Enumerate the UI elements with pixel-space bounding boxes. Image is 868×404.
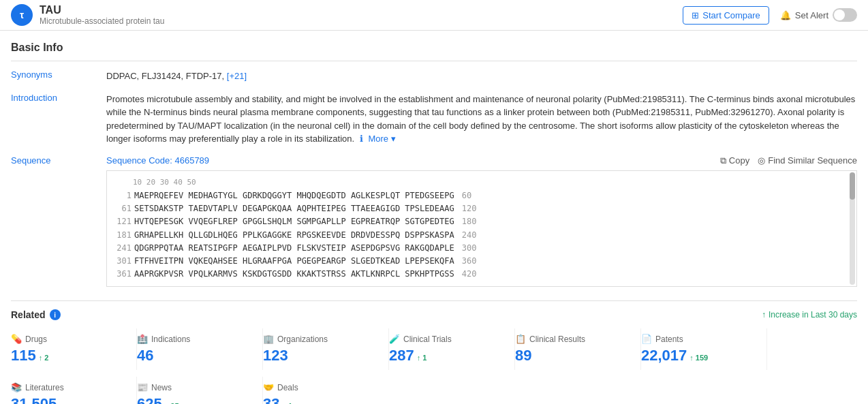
header: τ TAU Microtubule-associated protein tau… [0, 0, 868, 31]
stat-icon: 📰 [137, 382, 148, 392]
seq-line-num: 241 [112, 242, 131, 255]
alert-icon: 🔔 [780, 10, 791, 20]
stat-header: 🏢 Organizations [263, 334, 380, 344]
related-header: Related i ↑ Increase in Last 30 days [11, 309, 857, 320]
seq-end-num: 240 [457, 230, 477, 240]
introduction-value: Promotes microtubule assembly and stabil… [106, 93, 857, 146]
compare-icon: ⊞ [692, 10, 699, 20]
stat-value[interactable]: 287 ↑ 1 [389, 347, 506, 364]
app-subtitle: Microtubule-associated protein tau [40, 16, 164, 26]
stat-label: Clinical Results [529, 335, 585, 344]
stat-label: Drugs [25, 335, 47, 344]
stat-number: 22,017 [641, 347, 687, 364]
stat-label: News [151, 383, 172, 392]
seq-line-num: 181 [112, 229, 131, 242]
introduction-label: Introduction [11, 93, 93, 103]
stat-icon: 💊 [11, 334, 22, 344]
stat-label: Indications [151, 335, 190, 344]
stat-header: 📋 Clinical Results [515, 334, 632, 344]
sequence-line: 241QDGRPPQTAA REATSIPGFP AEGAIPLPVD FLSK… [112, 242, 851, 255]
header-title-group: TAU Microtubule-associated protein tau [40, 4, 164, 26]
seq-line-num: 301 [112, 255, 131, 268]
related-info-icon[interactable]: i [50, 309, 61, 320]
stats-grid: 💊 Drugs 115 ↑ 2 🏥 Indications 46 🏢 Organ… [11, 328, 857, 404]
sequence-box[interactable]: 10 20 30 40 50 1MAEPRQEFEV MEDHAGTYGL GD… [106, 170, 857, 288]
stat-label: Clinical Trials [403, 335, 452, 344]
stat-number: 89 [515, 347, 531, 364]
sequence-line: 181GRHAPELLKH QLLGDLHQEG PPLKGAGGKE RPGS… [112, 229, 851, 242]
seq-end-num: 180 [457, 217, 477, 226]
sequence-line: 121HVTQEPESGK VVQEGFLREP GPGGLSHQLM SGMP… [112, 215, 851, 228]
main-content: Basic Info Synonyms DDPAC, FLJ31424, FTD… [0, 31, 868, 404]
increase-label: ↑ Increase in Last 30 days [762, 310, 857, 320]
find-similar-icon: ◎ [758, 155, 765, 166]
sequence-content: Sequence Code: 4665789 ⧉ Copy ◎ Find Sim… [106, 155, 857, 288]
stat-header: 🧪 Clinical Trials [389, 334, 506, 344]
seq-end-num: 120 [457, 204, 477, 213]
stat-value[interactable]: 31,505 [11, 395, 128, 404]
find-similar-label: Find Similar Sequence [768, 155, 857, 166]
more-link[interactable]: More [368, 134, 388, 144]
alert-toggle[interactable] [833, 8, 857, 22]
stat-value[interactable]: 123 [263, 347, 380, 364]
info-warning-icon: ℹ [360, 134, 363, 144]
sequence-line: 301FTFHVEITPN VQKEQAHSEE HLGRAAFPGA PGEG… [112, 255, 851, 268]
stat-icon: 🏥 [137, 334, 148, 344]
stat-number: 123 [263, 347, 288, 364]
sequence-scrollbar[interactable] [850, 172, 855, 285]
seq-end-num: 360 [457, 256, 477, 266]
synonyms-label: Synonyms [11, 69, 93, 80]
seq-end-num: 420 [457, 269, 477, 279]
stat-value[interactable]: 33 ↑ 1 [263, 395, 381, 404]
header-left: τ TAU Microtubule-associated protein tau [11, 4, 164, 26]
seq-line-num: 361 [112, 268, 131, 281]
stat-item: 🏥 Indications 46 [137, 328, 263, 370]
set-alert-label: Set Alert [795, 10, 828, 20]
sequence-code[interactable]: Sequence Code: 4665789 [106, 155, 209, 166]
find-similar-button[interactable]: ◎ Find Similar Sequence [758, 155, 857, 166]
related-title: Related i [11, 309, 61, 320]
sequence-header: Sequence Code: 4665789 ⧉ Copy ◎ Find Sim… [106, 155, 857, 166]
seq-line-num: 1 [112, 189, 131, 202]
stat-number: 287 [389, 347, 414, 364]
sequence-lines: 1MAEPRQEFEV MEDHAGTYGL GDRKDQGGYT MHQDQE… [112, 189, 851, 281]
stat-item: 🏢 Organizations 123 [263, 328, 389, 370]
stat-item: 📄 Patents 22,017 ↑ 159 [641, 328, 767, 370]
increase-text: Increase in Last 30 days [769, 310, 857, 320]
chevron-down-icon: ▾ [391, 134, 396, 144]
stat-delta: ↑ 159 [689, 354, 708, 362]
stat-value[interactable]: 625 ↑ 25 [137, 395, 254, 404]
stat-icon: 📋 [515, 334, 526, 344]
stat-header: 📰 News [137, 382, 254, 392]
stat-value[interactable]: 89 [515, 347, 632, 364]
start-compare-button[interactable]: ⊞ Start Compare [683, 6, 769, 25]
sequence-ruler: 10 20 30 40 50 [133, 176, 851, 189]
stat-value[interactable]: 115 ↑ 2 [11, 347, 128, 364]
stat-delta: ↑ 1 [417, 354, 427, 362]
stat-header: 💊 Drugs [11, 334, 128, 344]
seq-line-num: 121 [112, 215, 131, 228]
toggle-knob [834, 10, 845, 20]
start-compare-label: Start Compare [702, 10, 760, 20]
stat-item: 📚 Literatures 31,505 [11, 377, 137, 404]
stat-number: 33 [263, 395, 279, 404]
sequence-label: Sequence [11, 155, 93, 166]
stat-item: 📰 News 625 ↑ 25 [137, 377, 263, 404]
related-title-text: Related [11, 309, 46, 320]
stat-item: 📋 Clinical Results 89 [515, 328, 641, 370]
stat-value[interactable]: 46 [137, 347, 254, 364]
stat-header: 📚 Literatures [11, 382, 128, 392]
stat-value[interactable]: 22,017 ↑ 159 [641, 347, 758, 364]
stat-label: Deals [277, 383, 298, 392]
stat-label: Literatures [25, 383, 64, 392]
synonyms-more-link[interactable]: [+21] [227, 71, 247, 81]
stat-label: Patents [655, 335, 683, 344]
stat-header: 📄 Patents [641, 334, 758, 344]
arrow-up-icon: ↑ [762, 310, 766, 320]
stat-icon: 📚 [11, 382, 22, 392]
stat-header: 🏥 Indications [137, 334, 254, 344]
seq-end-num: 60 [457, 191, 472, 200]
sequence-scroll-thumb[interactable] [850, 172, 855, 200]
copy-button[interactable]: ⧉ Copy [720, 155, 749, 166]
copy-icon: ⧉ [720, 155, 726, 166]
